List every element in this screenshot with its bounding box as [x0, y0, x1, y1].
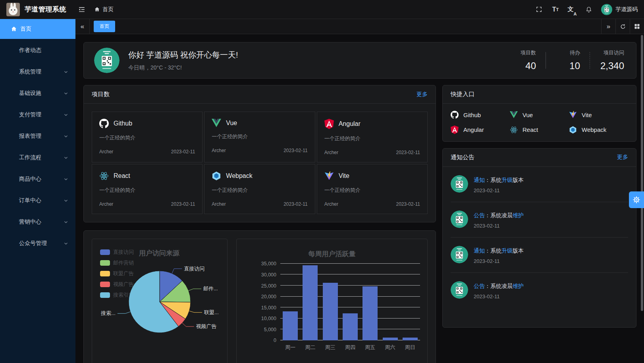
pie-label: 联盟... — [204, 309, 219, 315]
sidebar-item-label: 报表管理 — [19, 133, 41, 140]
settings-button[interactable] — [629, 191, 644, 208]
project-card-vue[interactable]: Vue一个正经的简介Archer2023-02-11 — [204, 112, 315, 162]
pie-label: 搜索... — [100, 310, 116, 316]
project-card-angular[interactable]: Angular一个正经的简介Archer2023-02-11 — [317, 112, 428, 162]
notice-item[interactable]: 通知：系统升级版本2023-02-11 — [451, 237, 628, 272]
sidebar-item-label: 订单中心 — [19, 197, 41, 204]
sidebar-item-pay[interactable]: 支付管理 — [0, 105, 75, 125]
y-axis-tick: 0 — [274, 338, 276, 343]
tabs-scroll-right-button[interactable]: » — [601, 19, 615, 34]
project-date: 2023-02-11 — [171, 149, 195, 154]
quick-entry-card: 快捷入口 GithubVueViteAngularReactWebpack — [442, 85, 636, 142]
menu-fold-icon[interactable] — [77, 4, 87, 15]
sidebar-item-label: 工作流程 — [19, 154, 41, 161]
notice-item[interactable]: 通知：系统升级版本2023-02-11 — [451, 167, 628, 202]
quick-link-label: Vite — [582, 112, 592, 118]
project-card-github[interactable]: Github一个正经的简介Archer2023-02-11 — [92, 112, 202, 162]
bar-chart-weekly-activity[interactable]: 每周用户活跃量 05,00010,00015,00020,00025,00030… — [236, 239, 428, 363]
user-menu[interactable]: 芋道源码 — [601, 4, 638, 15]
bar-column — [340, 264, 360, 340]
sidebar-item-product[interactable]: 商品中心 — [0, 169, 75, 189]
bar[interactable] — [383, 338, 398, 340]
project-name: React — [114, 172, 130, 180]
project-author: Archer — [324, 201, 338, 207]
welcome-banner: 你好 芋道源码 祝你开心每一天! 今日晴，20°C - 32°C! 项目数40 … — [83, 42, 636, 79]
angular-icon — [324, 119, 334, 129]
bar[interactable] — [303, 265, 318, 340]
language-icon[interactable]: 文A — [565, 3, 579, 16]
top-navbar: 芋道管理系统 首页 TT 文A 芋道源码 — [0, 0, 644, 19]
sidebar-item-system[interactable]: 系统管理 — [0, 62, 75, 82]
sidebar-item-promotion[interactable]: 营销中心 — [0, 212, 75, 232]
sidebar-item-workflow[interactable]: 工作流程 — [0, 148, 75, 168]
bar-chart-plot-area[interactable]: 05,00010,00015,00020,00025,00030,00035,0… — [280, 264, 420, 340]
notice-item[interactable]: 公告：系统凌晨维护2023-02-11 — [451, 272, 628, 308]
pie-chart-canvas[interactable]: 直接访问邮件...联盟...视频广告搜索... — [92, 239, 228, 363]
project-desc: 一个正经的简介 — [99, 134, 195, 141]
bar[interactable] — [323, 283, 338, 340]
y-axis-tick: 25,000 — [261, 283, 276, 289]
project-card-vite[interactable]: Vite一个正经的简介Archer2023-02-11 — [317, 164, 428, 214]
tabs-scroll-left-button[interactable]: « — [75, 19, 90, 34]
quick-link-label: Github — [463, 112, 481, 118]
notices-more-link[interactable]: 更多 — [617, 154, 628, 161]
projects-more-link[interactable]: 更多 — [416, 91, 428, 98]
project-card-react[interactable]: React一个正经的简介Archer2023-02-11 — [92, 164, 202, 214]
tab-options-grid-icon[interactable] — [630, 19, 644, 34]
sidebar-item-infra[interactable]: 基础设施 — [0, 83, 75, 103]
x-axis-label: 周六 — [380, 344, 400, 351]
user-qr-avatar — [94, 48, 120, 73]
project-date: 2023-02-11 — [283, 148, 308, 153]
github-icon — [451, 111, 459, 119]
refresh-icon[interactable] — [615, 19, 630, 34]
x-axis-label: 周三 — [320, 344, 340, 351]
bar[interactable] — [283, 311, 298, 340]
notification-bell-icon[interactable] — [582, 3, 596, 16]
pie-chart-user-source[interactable]: 用户访问来源 直接访问邮件营销联盟广告视频广告搜索引擎 直接访问邮件...联盟.… — [92, 239, 228, 363]
sidebar-item-mp[interactable]: 公众号管理 — [0, 234, 75, 253]
sidebar-item-label: 营销中心 — [19, 218, 41, 226]
quick-link-vue[interactable]: Vue — [510, 111, 569, 119]
fullscreen-icon[interactable] — [532, 3, 546, 16]
notice-date: 2023-02-11 — [474, 258, 524, 264]
bar[interactable] — [362, 286, 378, 340]
quick-link-label: Vue — [523, 112, 533, 118]
chevron-down-icon — [64, 241, 68, 246]
angular-icon — [451, 126, 459, 134]
bar[interactable] — [403, 338, 418, 340]
quick-link-vite[interactable]: Vite — [569, 111, 628, 119]
notice-date: 2023-02-11 — [474, 187, 524, 193]
project-desc: 一个正经的简介 — [212, 187, 307, 194]
y-axis-tick: 20,000 — [261, 294, 276, 299]
notice-title: 通知：系统升级版本 — [474, 176, 524, 184]
sidebar-item-author-news[interactable]: 作者动态 — [0, 41, 75, 60]
quick-link-github[interactable]: Github — [451, 111, 510, 119]
quick-link-label: Webpack — [582, 126, 606, 133]
sidebar-item-report[interactable]: 报表管理 — [0, 126, 75, 146]
tab-home[interactable]: 首页 — [94, 21, 115, 32]
y-axis-tick: 30,000 — [261, 272, 276, 278]
page-content: 你好 芋道源码 祝你开心每一天! 今日晴，20°C - 32°C! 项目数40 … — [75, 34, 644, 363]
font-size-icon[interactable]: TT — [549, 3, 562, 16]
sidebar-item-home[interactable]: 首页 — [0, 19, 75, 39]
pie-label: 视频广告 — [196, 323, 217, 329]
avatar — [601, 4, 612, 15]
breadcrumb[interactable]: 首页 — [94, 6, 114, 13]
project-name: Vue — [226, 120, 237, 127]
project-name: Webpack — [226, 172, 252, 180]
notice-title: 通知：系统升级版本 — [474, 247, 524, 255]
scrollbar[interactable] — [641, 35, 643, 311]
quick-link-webpack[interactable]: Webpack — [569, 126, 628, 134]
bar[interactable] — [343, 313, 358, 340]
sidebar: 首页作者动态系统管理基础设施支付管理报表管理工作流程商品中心订单中心营销中心公众… — [0, 19, 75, 363]
notice-title: 公告：系统凌晨维护 — [474, 211, 524, 219]
sidebar-item-order[interactable]: 订单中心 — [0, 191, 75, 210]
notice-date: 2023-02-11 — [474, 223, 524, 229]
vite-icon — [569, 111, 577, 119]
project-card-webpack[interactable]: Webpack一个正经的简介Archer2023-02-11 — [204, 164, 315, 214]
project-name: Github — [114, 120, 132, 127]
quick-link-angular[interactable]: Angular — [451, 126, 510, 134]
notice-item[interactable]: 公告：系统凌晨维护2023-02-11 — [451, 202, 628, 237]
quick-link-react[interactable]: React — [510, 126, 569, 134]
project-author: Archer — [324, 150, 338, 155]
